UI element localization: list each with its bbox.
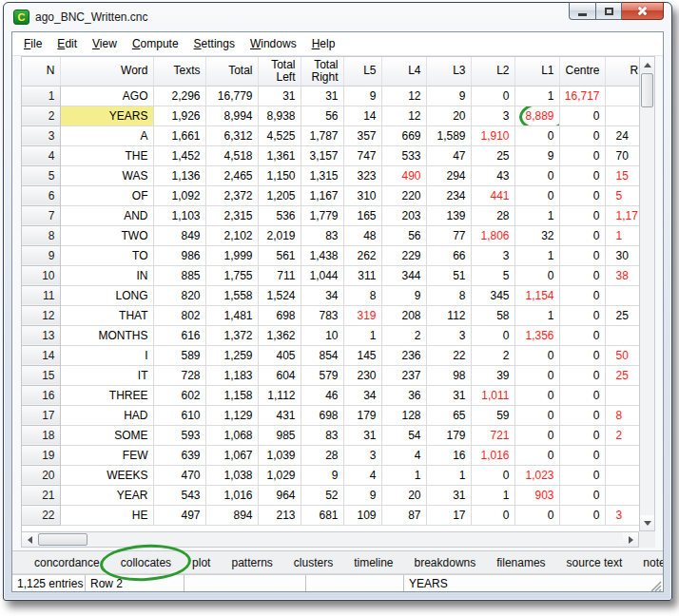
cell-l2[interactable]: 1,806 xyxy=(471,225,514,245)
cell-total-right[interactable]: 579 xyxy=(301,365,343,385)
cell-total-right[interactable]: 698 xyxy=(301,405,343,425)
cell-l1[interactable]: 0 xyxy=(514,405,559,425)
cell-total-right[interactable]: 3,157 xyxy=(301,145,343,165)
cell-l5[interactable]: 165 xyxy=(343,205,381,225)
cell-word[interactable]: IN xyxy=(60,265,153,285)
cell-l3[interactable]: 294 xyxy=(426,165,471,185)
cell-r1[interactable]: 50 xyxy=(605,345,639,365)
cell-word[interactable]: TWO xyxy=(60,225,153,245)
cell-centre[interactable]: 0 xyxy=(559,205,605,225)
cell-total-left[interactable]: 1,205 xyxy=(258,185,301,205)
cell-word[interactable]: YEARS xyxy=(60,106,153,125)
column-header-l1[interactable]: L1 xyxy=(514,57,559,86)
cell-total[interactable]: 2,465 xyxy=(205,165,258,185)
cell-r1[interactable] xyxy=(605,285,639,305)
cell-r1[interactable]: 15 xyxy=(605,165,639,185)
cell-centre[interactable]: 0 xyxy=(559,405,605,425)
vertical-scrollbar[interactable] xyxy=(639,56,655,531)
cell-l2[interactable]: 1,016 xyxy=(471,445,514,465)
cell-l1[interactable]: 8,889 xyxy=(514,106,559,125)
column-header-word[interactable]: Word xyxy=(60,57,153,86)
cell-l4[interactable]: 236 xyxy=(381,345,426,365)
cell-l1[interactable]: 0 xyxy=(514,445,559,465)
cell-l5[interactable]: 357 xyxy=(343,125,381,145)
scroll-up-button[interactable] xyxy=(640,57,654,72)
cell-total-left[interactable]: 711 xyxy=(258,265,301,285)
cell-l2[interactable]: 58 xyxy=(471,305,514,325)
cell-l4[interactable]: 128 xyxy=(381,405,426,425)
row-number[interactable]: 8 xyxy=(22,225,60,245)
cell-l2[interactable]: 3 xyxy=(471,245,514,265)
cell-l2[interactable]: 0 xyxy=(471,505,514,525)
cell-l3[interactable]: 22 xyxy=(426,345,471,365)
cell-total[interactable]: 16,779 xyxy=(205,86,258,106)
cell-total-right[interactable]: 1,779 xyxy=(301,205,343,225)
cell-centre[interactable]: 0 xyxy=(559,345,605,365)
cell-l4[interactable]: 237 xyxy=(381,365,426,385)
cell-l1[interactable]: 1 xyxy=(514,305,559,325)
cell-l3[interactable]: 47 xyxy=(426,145,471,165)
cell-l1[interactable]: 0 xyxy=(514,345,559,365)
cell-total-right[interactable]: 1,438 xyxy=(301,245,343,265)
cell-r1[interactable]: 8 xyxy=(605,405,639,425)
cell-total-left[interactable]: 698 xyxy=(258,305,301,325)
cell-l3[interactable]: 112 xyxy=(426,305,471,325)
cell-total-right[interactable]: 56 xyxy=(301,106,343,125)
cell-word[interactable]: YEAR xyxy=(60,485,153,505)
cell-l5[interactable]: 109 xyxy=(343,505,381,525)
cell-r1[interactable]: 70 xyxy=(605,145,639,165)
cell-l2[interactable]: 345 xyxy=(471,285,514,305)
menu-compute[interactable]: Compute xyxy=(125,34,186,53)
cell-texts[interactable]: 1,092 xyxy=(153,185,205,205)
cell-l4[interactable]: 12 xyxy=(381,106,426,125)
cell-total-left[interactable]: 4,525 xyxy=(258,125,301,145)
cell-word[interactable]: IT xyxy=(60,365,153,385)
cell-l4[interactable]: 208 xyxy=(381,305,426,325)
cell-l2[interactable]: 3 xyxy=(471,106,514,125)
cell-r1[interactable]: 1,17 xyxy=(605,205,639,225)
cell-l1[interactable]: 1 xyxy=(514,205,559,225)
tab-plot[interactable]: plot xyxy=(182,555,221,569)
column-header-total-left[interactable]: Total Left xyxy=(258,57,301,86)
cell-l2[interactable]: 25 xyxy=(471,145,514,165)
cell-l1[interactable]: 1,023 xyxy=(514,465,559,485)
tab-source-text[interactable]: source text xyxy=(556,555,633,569)
cell-r1[interactable]: 3 xyxy=(605,505,639,525)
cell-word[interactable]: OF xyxy=(60,185,153,205)
cell-centre[interactable]: 0 xyxy=(559,485,605,505)
cell-l1[interactable]: 0 xyxy=(514,125,559,145)
row-number[interactable]: 7 xyxy=(22,205,60,225)
cell-total-left[interactable]: 8,938 xyxy=(258,106,301,125)
cell-total[interactable]: 1,129 xyxy=(205,405,258,425)
row-number[interactable]: 16 xyxy=(22,385,60,405)
cell-total-right[interactable]: 1,167 xyxy=(301,185,343,205)
scroll-left-button[interactable] xyxy=(22,532,37,547)
cell-l3[interactable]: 51 xyxy=(426,265,471,285)
cell-l1[interactable]: 1,154 xyxy=(514,285,559,305)
cell-r1[interactable]: 30 xyxy=(605,245,639,265)
cell-l3[interactable]: 179 xyxy=(426,425,471,445)
cell-l2[interactable]: 5 xyxy=(471,265,514,285)
cell-centre[interactable]: 0 xyxy=(559,285,605,305)
cell-word[interactable]: FEW xyxy=(60,445,153,465)
cell-centre[interactable]: 16,717 xyxy=(559,86,605,106)
cell-total[interactable]: 1,158 xyxy=(205,385,258,405)
cell-total-right[interactable]: 1,044 xyxy=(301,265,343,285)
cell-l5[interactable]: 311 xyxy=(343,265,381,285)
cell-l4[interactable]: 344 xyxy=(381,265,426,285)
cell-total-left[interactable]: 405 xyxy=(258,345,301,365)
cell-l5[interactable]: 9 xyxy=(343,485,381,505)
cell-centre[interactable]: 0 xyxy=(559,365,605,385)
row-number[interactable]: 22 xyxy=(22,505,60,525)
cell-l5[interactable]: 8 xyxy=(343,285,381,305)
cell-centre[interactable]: 0 xyxy=(559,245,605,265)
cell-l4[interactable]: 87 xyxy=(381,505,426,525)
cell-l3[interactable]: 98 xyxy=(426,365,471,385)
row-number[interactable]: 15 xyxy=(22,365,60,385)
cell-word[interactable]: LONG xyxy=(60,285,153,305)
cell-total-right[interactable]: 783 xyxy=(301,305,343,325)
cell-l5[interactable]: 230 xyxy=(343,365,381,385)
cell-total[interactable]: 1,259 xyxy=(205,345,258,365)
scroll-down-button[interactable] xyxy=(640,515,654,530)
cell-l4[interactable]: 9 xyxy=(381,285,426,305)
